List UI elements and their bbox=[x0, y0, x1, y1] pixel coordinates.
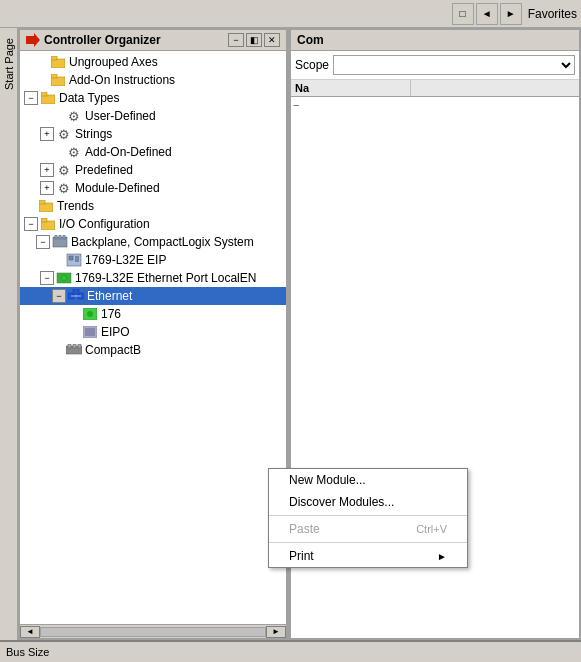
toolbar-right: □ ◄ ► Favorites bbox=[452, 3, 577, 25]
eth-port-icon bbox=[56, 270, 72, 286]
folder-icon bbox=[50, 54, 66, 70]
svg-rect-3 bbox=[51, 77, 65, 86]
pin-btn[interactable]: − bbox=[228, 33, 244, 47]
svg-rect-30 bbox=[85, 328, 95, 336]
menu-item-discover-modules[interactable]: Discover Modules... bbox=[269, 491, 467, 513]
controller-organizer-panel: Controller Organizer − ◧ ✕ Ungrouped Axe… bbox=[18, 28, 288, 640]
backplane-icon bbox=[52, 234, 68, 250]
discover-modules-label: Discover Modules... bbox=[289, 495, 394, 509]
expand-module-defined[interactable]: + bbox=[40, 181, 54, 195]
table-header: Na bbox=[291, 80, 579, 97]
panel-logo-icon bbox=[26, 33, 40, 47]
folder-icon-io bbox=[40, 216, 56, 232]
user-defined-label: User-Defined bbox=[85, 109, 156, 123]
expand-ethernet[interactable]: − bbox=[52, 289, 66, 303]
menu-item-new-module[interactable]: New Module... bbox=[269, 469, 467, 491]
tree-item-1769-eth-port[interactable]: − 1769-L32E Ethernet Port LocalEN bbox=[20, 269, 286, 287]
svg-rect-4 bbox=[51, 74, 57, 78]
svg-rect-10 bbox=[41, 218, 47, 222]
menu-item-print[interactable]: Print ► bbox=[269, 545, 467, 567]
tree-item-addon-instructions[interactable]: Add-On Instructions bbox=[20, 71, 286, 89]
scroll-right-btn[interactable]: ► bbox=[266, 626, 286, 638]
scrollbar-track bbox=[40, 627, 266, 637]
folder-icon-trends bbox=[38, 198, 54, 214]
scroll-left-btn[interactable]: ◄ bbox=[20, 626, 40, 638]
compactb-label: CompactB bbox=[85, 343, 141, 357]
svg-rect-13 bbox=[59, 235, 61, 239]
svg-rect-14 bbox=[63, 235, 65, 239]
close-btn[interactable]: ✕ bbox=[264, 33, 280, 47]
tree-item-eipo[interactable]: EIPO bbox=[20, 323, 286, 341]
svg-rect-6 bbox=[41, 92, 47, 96]
square-icon-btn[interactable]: □ bbox=[452, 3, 474, 25]
tree-item-backplane[interactable]: − Backplane, CompactLogix System bbox=[20, 233, 286, 251]
expand-strings[interactable]: + bbox=[40, 127, 54, 141]
tree-item-module-defined[interactable]: + ⚙ Module-Defined bbox=[20, 179, 286, 197]
paste-shortcut: Ctrl+V bbox=[416, 523, 447, 535]
svg-rect-33 bbox=[73, 344, 76, 348]
nav-left-btn[interactable]: ◄ bbox=[476, 3, 498, 25]
tree-item-ethernet[interactable]: − Ethernet bbox=[20, 287, 286, 305]
tree-item-addon-defined[interactable]: ⚙ Add-On-Defined bbox=[20, 143, 286, 161]
organizer-tree: Ungrouped Axes Add-On Instructions − Dat… bbox=[20, 51, 286, 624]
svg-rect-1 bbox=[51, 59, 65, 68]
tree-item-user-defined[interactable]: ⚙ User-Defined bbox=[20, 107, 286, 125]
tree-item-compactb[interactable]: CompactB bbox=[20, 341, 286, 359]
strings-label: Strings bbox=[75, 127, 112, 141]
panel-title: Controller Organizer bbox=[44, 33, 161, 47]
tree-item-ungrouped-axes[interactable]: Ungrouped Axes bbox=[20, 53, 286, 71]
start-page-label: Start Page bbox=[3, 38, 15, 90]
left-sidebar: Start Page bbox=[0, 28, 18, 640]
tree-item-io-config[interactable]: − I/O Configuration bbox=[20, 215, 286, 233]
menu-separator-1 bbox=[269, 515, 467, 516]
eipo-label: EIPO bbox=[101, 325, 130, 339]
scope-dropdown[interactable] bbox=[333, 55, 575, 75]
tree-item-data-types[interactable]: − Data Types bbox=[20, 89, 286, 107]
float-btn[interactable]: ◧ bbox=[246, 33, 262, 47]
predefined-label: Predefined bbox=[75, 163, 133, 177]
expand-backplane[interactable]: − bbox=[36, 235, 50, 249]
expand-io-config[interactable]: − bbox=[24, 217, 38, 231]
expand-eth-port[interactable]: − bbox=[40, 271, 54, 285]
scope-label: Scope bbox=[295, 58, 329, 72]
tree-item-predefined[interactable]: + ⚙ Predefined bbox=[20, 161, 286, 179]
svg-rect-32 bbox=[68, 344, 71, 348]
top-toolbar: □ ◄ ► Favorites bbox=[0, 0, 581, 28]
expand-data-types[interactable]: − bbox=[24, 91, 38, 105]
1769-eip-label: 1769-L32E EIP bbox=[85, 253, 166, 267]
paste-label: Paste bbox=[289, 522, 320, 536]
tree-item-1769-eip[interactable]: 1769-L32E EIP bbox=[20, 251, 286, 269]
nav-right-btn[interactable]: ► bbox=[500, 3, 522, 25]
svg-rect-5 bbox=[41, 95, 55, 104]
folder-icon-addon bbox=[50, 72, 66, 88]
svg-rect-9 bbox=[41, 221, 55, 230]
tree-item-strings[interactable]: + ⚙ Strings bbox=[20, 125, 286, 143]
right-panel-title: Com bbox=[297, 33, 324, 47]
panel-header: Controller Organizer − ◧ ✕ bbox=[20, 30, 286, 51]
svg-rect-12 bbox=[55, 235, 57, 239]
backplane-label: Backplane, CompactLogix System bbox=[71, 235, 254, 249]
expand-predefined[interactable]: + bbox=[40, 163, 54, 177]
print-label: Print bbox=[289, 549, 314, 563]
tree-item-trends[interactable]: Trends bbox=[20, 197, 286, 215]
print-arrow: ► bbox=[437, 551, 447, 562]
table-minus: − bbox=[291, 97, 579, 113]
name-col-header: Na bbox=[291, 80, 411, 96]
module-gray-icon bbox=[82, 324, 98, 340]
module-green-icon bbox=[82, 306, 98, 322]
svg-point-28 bbox=[87, 311, 93, 317]
gear-icon-user: ⚙ bbox=[66, 108, 82, 124]
tree-item-176x[interactable]: 176 bbox=[20, 305, 286, 323]
module-defined-label: Module-Defined bbox=[75, 181, 160, 195]
menu-item-paste: Paste Ctrl+V bbox=[269, 518, 467, 540]
1769-eth-port-label: 1769-L32E Ethernet Port LocalEN bbox=[75, 271, 256, 285]
svg-point-21 bbox=[61, 275, 67, 281]
svg-rect-7 bbox=[39, 203, 53, 212]
status-bar: Bus Size bbox=[0, 640, 581, 662]
panel-controls: − ◧ ✕ bbox=[228, 33, 280, 47]
status-label: Bus Size bbox=[6, 646, 49, 658]
h-scrollbar[interactable]: ◄ ► bbox=[20, 624, 286, 638]
right-panel-header: Com bbox=[291, 30, 579, 51]
gear-icon-module: ⚙ bbox=[56, 180, 72, 196]
svg-rect-24 bbox=[73, 289, 79, 295]
